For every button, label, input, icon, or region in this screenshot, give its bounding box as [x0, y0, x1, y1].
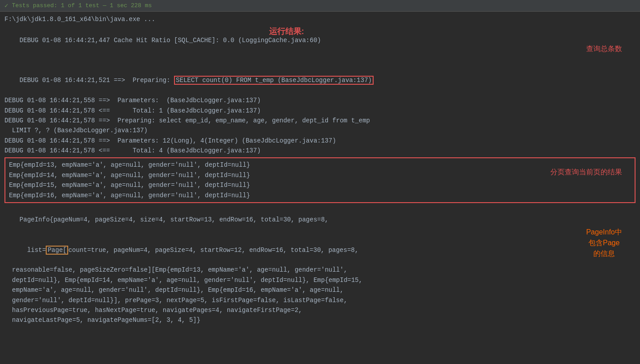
annotation-total-count: 查询总条数 [586, 43, 622, 55]
page-highlight: Page[ [46, 246, 68, 255]
pageinfo-line-5: empName='a', age=null, gender='null', de… [4, 285, 636, 295]
top-bar: ✓ Tests passed: 1 of 1 test — 1 sec 228 … [0, 0, 640, 12]
pageinfo-line-6: gender='null', deptId=null}], prePage=3,… [4, 295, 636, 305]
debug-line-total1: DEBUG 01-08 16:44:21,578 <== Total: 1 (B… [4, 106, 636, 116]
emp-records-box: Emp{empId=13, empName='a', age=null, gen… [4, 157, 636, 203]
check-icon: ✓ [4, 2, 8, 9]
annotation-pageinfo: PageInfo中 包含Page 的信息 [586, 227, 622, 259]
main-content: F:\jdk\jdk1.8.0_161_x64\bin\java.exe ...… [0, 12, 640, 328]
emp-record-4: Emp{empId=16, empName='a', age=null, gen… [9, 191, 631, 200]
annotation-pageinfo-line2: 包含Page [586, 238, 622, 248]
annotation-run-result: 运行结果: [269, 25, 304, 38]
test-status: Tests passed: 1 of 1 test — 1 sec 228 ms [12, 2, 152, 9]
pageinfo-line-3: reasonable=false, pageSizeZero=false][Em… [4, 265, 636, 275]
pageinfo-line-1: PageInfo{pageNum=4, pageSize=4, size=4, … [4, 205, 636, 235]
emp-record-1: Emp{empId=13, empName='a', age=null, gen… [9, 160, 631, 170]
pageinfo-line-2: list=Page[count=true, pageNum=4, pageSiz… [4, 235, 636, 265]
pageinfo-line-4: deptId=null}, Emp{empId=14, empName='a',… [4, 275, 636, 285]
emp-record-3: Emp{empId=15, empName='a', age=null, gen… [9, 180, 631, 190]
annotation-pageinfo-line1: PageInfo中 [586, 227, 622, 238]
annotation-pageinfo-line3: 的信息 [586, 248, 622, 259]
debug-line-params2: DEBUG 01-08 16:44:21,578 ==> Parameters:… [4, 136, 636, 146]
select-highlight: SELECT count(0) FROM t_emp (BaseJdbcLogg… [174, 76, 374, 85]
java-exe-line: F:\jdk\jdk1.8.0_161_x64\bin\java.exe ... [4, 14, 636, 24]
debug-line-cache: DEBUG 01-08 16:44:21,447 Cache Hit Ratio… [4, 25, 636, 65]
emp-record-2: Emp{empId=14, empName='a', age=null, gen… [9, 170, 631, 180]
debug-line-total2: DEBUG 01-08 16:44:21,578 <== Total: 4 (B… [4, 146, 636, 156]
debug-line-preparing2: DEBUG 01-08 16:44:21,578 ==> Preparing: … [4, 116, 636, 126]
debug-line-limit: LIMIT ?, ? (BaseJdbcLogger.java:137) [4, 126, 636, 135]
annotation-page-result: 分页查询当前页的结果 [550, 166, 622, 178]
debug-line-params1: DEBUG 01-08 16:44:21,558 ==> Parameters:… [4, 95, 636, 105]
pageinfo-line-8: navigateLastPage=5, navigatePageNums=[2,… [4, 315, 636, 325]
pageinfo-line-7: hasPreviousPage=true, hasNextPage=true, … [4, 305, 636, 315]
debug-line-select: DEBUG 01-08 16:44:21,521 ==> Preparing: … [4, 65, 636, 95]
